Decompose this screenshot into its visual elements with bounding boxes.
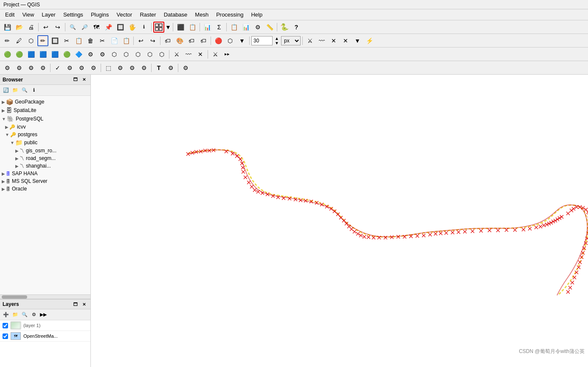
undo2-btn[interactable]: ↩ bbox=[135, 35, 146, 46]
del2-btn[interactable]: ✕ bbox=[195, 49, 206, 60]
mt-btn-10[interactable]: ⚙ bbox=[138, 62, 149, 73]
deselect-btn[interactable]: ⬛ bbox=[175, 22, 186, 33]
browser-minimize-btn[interactable]: 🗖 bbox=[72, 76, 79, 84]
layers-close-btn[interactable]: ✕ bbox=[80, 300, 88, 308]
menu-settings[interactable]: Settings bbox=[60, 11, 87, 19]
print-btn[interactable]: 🖨 bbox=[25, 22, 37, 33]
adv-btn-9[interactable]: ⚙ bbox=[97, 49, 108, 60]
stats-btn[interactable]: 📊 bbox=[202, 22, 213, 33]
adv-snap-btn[interactable]: ⚔ bbox=[210, 49, 221, 60]
mt-btn-6[interactable]: ⚙ bbox=[76, 62, 87, 73]
menu-mesh[interactable]: Mesh bbox=[191, 11, 212, 19]
size-unit-select[interactable]: px mm pt cm bbox=[281, 36, 301, 45]
snap2-btn[interactable]: ⚔ bbox=[304, 35, 315, 46]
layers-filter-btn[interactable]: 🔍 bbox=[20, 311, 29, 319]
tree-oracle[interactable]: ▶ 🗄 Oracle bbox=[0, 185, 90, 193]
tree-gis-osm[interactable]: ▶ 〽 gis_osm_ro... bbox=[0, 147, 90, 154]
zoom-select-btn[interactable]: 🔲 bbox=[115, 22, 126, 33]
layer-osm-checkbox[interactable] bbox=[3, 333, 8, 339]
layer-item-osm[interactable]: 🗺 OpenStreetMa... bbox=[0, 331, 90, 342]
tree-spatialite[interactable]: ▶ 🗄 SpatiaLite bbox=[0, 106, 90, 115]
save-btn[interactable]: 💾 bbox=[2, 22, 13, 33]
cut-btn[interactable]: ✂ bbox=[97, 35, 108, 46]
mt-btn-4[interactable]: ⚙ bbox=[37, 62, 48, 73]
snap5-btn[interactable]: ⚔ bbox=[171, 49, 182, 60]
paste-btn[interactable]: 📋 bbox=[121, 35, 132, 46]
vertex2-btn[interactable]: ▼ bbox=[236, 35, 248, 46]
menu-view[interactable]: View bbox=[19, 11, 37, 19]
adv-btn-10[interactable]: ⬡ bbox=[109, 49, 120, 60]
del-btn[interactable]: 🗑 bbox=[85, 35, 96, 46]
menu-raster[interactable]: Raster bbox=[136, 11, 159, 19]
size-up-btn[interactable]: ▲ ▼ bbox=[273, 35, 280, 46]
layers-more-btn[interactable]: ⚙ bbox=[30, 311, 38, 319]
snap-btn[interactable]: 🔴 bbox=[213, 35, 224, 46]
mt-btn-3[interactable]: ⚙ bbox=[25, 62, 37, 73]
add-ring-btn[interactable]: ⬡ bbox=[25, 35, 37, 46]
menu-processing[interactable]: Processing bbox=[213, 11, 247, 19]
adv-more-btn[interactable]: ▸▸ bbox=[222, 49, 233, 60]
browser-collapse-btn[interactable]: 📁 bbox=[11, 86, 20, 95]
adv-btn-5[interactable]: 🟦 bbox=[49, 49, 60, 60]
layer-1-checkbox[interactable] bbox=[3, 323, 8, 328]
python-btn[interactable]: 🐍 bbox=[279, 22, 290, 33]
snap3-btn[interactable]: ✕ bbox=[340, 35, 351, 46]
label2-btn[interactable]: 🏷 bbox=[186, 35, 197, 46]
mt-btn-2[interactable]: ⚙ bbox=[14, 62, 25, 73]
edit-pencil-btn[interactable]: ✏ bbox=[2, 35, 13, 46]
tree-road-seg[interactable]: ▶ 〽 road_segm... bbox=[0, 154, 90, 162]
browser-settings-btn[interactable]: ℹ bbox=[30, 86, 38, 95]
menu-plugins[interactable]: Plugins bbox=[87, 11, 113, 19]
layers-group-btn[interactable]: 📁 bbox=[11, 311, 20, 319]
zoom-full-btn[interactable]: 🗺 bbox=[91, 22, 102, 33]
identify-btn[interactable]: ℹ bbox=[138, 22, 149, 33]
mt-btn-11[interactable]: ⚙ bbox=[165, 62, 176, 73]
snap-dropdown-btn[interactable]: ▼ bbox=[352, 35, 363, 46]
open-btn[interactable]: 📂 bbox=[14, 22, 25, 33]
browser-filter-btn[interactable]: 🔍 bbox=[20, 86, 29, 95]
browser-refresh-btn[interactable]: 🔄 bbox=[2, 86, 10, 95]
mt-btn-12[interactable]: ⚙ bbox=[180, 62, 191, 73]
tree-icvv[interactable]: ▶ 🔑 icvv bbox=[0, 123, 90, 131]
redo2-btn[interactable]: ↪ bbox=[147, 35, 158, 46]
digitize-btn[interactable]: 🖊 bbox=[14, 35, 25, 46]
invert-select-btn[interactable]: 📋 bbox=[187, 22, 198, 33]
mt-btn-1[interactable]: ⚙ bbox=[2, 62, 13, 73]
tree-sap-hana[interactable]: ▶ 🗄 SAP HANA bbox=[0, 170, 90, 177]
tree-geopackage[interactable]: ▶ 📦 GeoPackage bbox=[0, 98, 90, 106]
tree-postgresql[interactable]: ▼ 🐘 PostgreSQL bbox=[0, 115, 90, 123]
mt-text-btn[interactable]: T bbox=[153, 62, 164, 73]
adv-btn-14[interactable]: ⬡ bbox=[156, 49, 167, 60]
trace2-btn[interactable]: 〰 bbox=[183, 49, 194, 60]
tree-postgres[interactable]: ▼ 🔑 postgres bbox=[0, 131, 90, 138]
browser-scrollbar[interactable] bbox=[0, 294, 90, 299]
copy-btn[interactable]: 📄 bbox=[109, 35, 120, 46]
adv-btn-12[interactable]: ⬡ bbox=[132, 49, 143, 60]
menu-help[interactable]: Help bbox=[248, 11, 266, 19]
color-btn[interactable]: 🎨 bbox=[174, 35, 185, 46]
merge-btn[interactable]: 📋 bbox=[73, 35, 84, 46]
select-all-btn[interactable] bbox=[153, 22, 164, 33]
menu-database[interactable]: Database bbox=[160, 11, 191, 19]
help-btn[interactable]: ? bbox=[291, 22, 302, 33]
sum-btn[interactable]: Σ bbox=[214, 22, 225, 33]
menu-layer[interactable]: Layer bbox=[38, 11, 59, 19]
map-canvas[interactable]: CSDN @葡萄月令with蒲公英 bbox=[91, 75, 588, 367]
settings-btn[interactable]: ⚙ bbox=[252, 22, 263, 33]
attr-table-btn[interactable]: 📋 bbox=[228, 22, 239, 33]
select-dropdown-btn[interactable]: ▼ bbox=[165, 22, 171, 33]
mt-btn-5[interactable]: ⚙ bbox=[64, 62, 75, 73]
mt-check-btn[interactable]: ✓ bbox=[52, 62, 63, 73]
layers-minimize-btn[interactable]: 🗖 bbox=[72, 300, 79, 308]
adv-btn-6[interactable]: 🟢 bbox=[61, 49, 72, 60]
adv-btn-11[interactable]: ⬡ bbox=[121, 49, 132, 60]
adv-btn-3[interactable]: 🟦 bbox=[25, 49, 37, 60]
snap4-btn[interactable]: ⚡ bbox=[364, 35, 375, 46]
split-btn[interactable]: ✂ bbox=[61, 35, 72, 46]
reshape-btn[interactable]: 🔲 bbox=[49, 35, 60, 46]
label-btn[interactable]: 🏷 bbox=[162, 35, 173, 46]
zoom-out-btn[interactable]: 🔎 bbox=[79, 22, 90, 33]
zoom-in-btn[interactable]: 🔍 bbox=[67, 22, 78, 33]
layer-item-1[interactable]: (layer 1) bbox=[0, 320, 90, 331]
adv-btn-13[interactable]: ⬡ bbox=[144, 49, 155, 60]
